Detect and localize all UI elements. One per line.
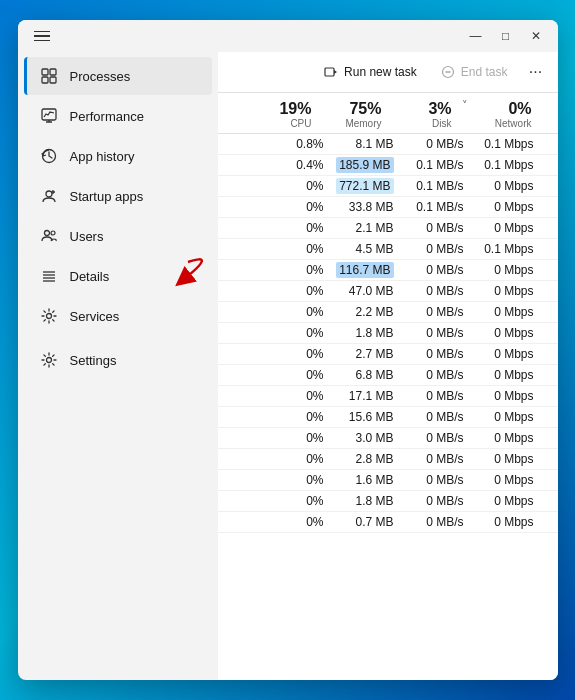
table-row[interactable]: 0%1.8 MB0 MB/s0 Mbps	[218, 491, 558, 512]
network-label: Network	[474, 118, 532, 129]
process-cell-2: 0 MB/s	[398, 452, 468, 466]
process-cell-0: 0%	[258, 242, 328, 256]
more-options-button[interactable]: ···	[522, 58, 550, 86]
table-row[interactable]: 0%1.8 MB0 MB/s0 Mbps	[218, 323, 558, 344]
process-cell-3: 0 Mbps	[468, 452, 538, 466]
process-cell-1: 1.8 MB	[328, 494, 398, 508]
table-row[interactable]: 0%15.6 MB0 MB/s0 Mbps	[218, 407, 558, 428]
table-row[interactable]: 0%2.1 MB0 MB/s0 Mbps	[218, 218, 558, 239]
table-row[interactable]: 0%17.1 MB0 MB/s0 Mbps	[218, 386, 558, 407]
services-icon	[40, 307, 58, 325]
end-task-icon	[441, 65, 455, 79]
svg-rect-3	[50, 77, 56, 83]
table-row[interactable]: 0%0.7 MB0 MB/s0 Mbps	[218, 512, 558, 533]
process-cell-3: 0 Mbps	[468, 473, 538, 487]
process-cell-2: 0 MB/s	[398, 263, 468, 277]
process-cell-0: 0%	[258, 410, 328, 424]
table-row[interactable]: 0%2.7 MB0 MB/s0 Mbps	[218, 344, 558, 365]
maximize-button[interactable]: □	[492, 25, 520, 47]
process-cell-1: 4.5 MB	[328, 242, 398, 256]
process-cell-2: 0 MB/s	[398, 305, 468, 319]
table-row[interactable]: 0%4.5 MB0 MB/s0.1 Mbps	[218, 239, 558, 260]
process-cell-2: 0 MB/s	[398, 494, 468, 508]
process-cell-1: 2.1 MB	[328, 221, 398, 235]
table-row[interactable]: 0.8%8.1 MB0 MB/s0.1 Mbps	[218, 134, 558, 155]
process-cell-3: 0 Mbps	[468, 263, 538, 277]
main-content: Processes Performance	[18, 52, 558, 680]
settings-label: Settings	[70, 353, 117, 368]
table-row[interactable]: 0%3.0 MB0 MB/s0 Mbps	[218, 428, 558, 449]
process-cell-0: 0%	[258, 431, 328, 445]
run-task-icon	[324, 65, 338, 79]
close-button[interactable]: ✕	[522, 25, 550, 47]
disk-value: 3%	[386, 99, 452, 118]
process-cell-3: 0 Mbps	[468, 494, 538, 508]
sidebar-item-app-history-label: App history	[70, 149, 135, 164]
process-cell-1: 2.2 MB	[328, 305, 398, 319]
sidebar-item-performance[interactable]: Performance	[24, 97, 212, 135]
process-cell-0: 0%	[258, 179, 328, 193]
sidebar-item-services-label: Services	[70, 309, 120, 324]
process-cell-3: 0 Mbps	[468, 179, 538, 193]
toolbar: Run new task End task ···	[218, 52, 558, 93]
process-cell-1: 0.7 MB	[328, 515, 398, 529]
task-manager-window: — □ ✕ Processes	[18, 20, 558, 680]
process-cell-1: 17.1 MB	[328, 389, 398, 403]
process-cell-3: 0 Mbps	[468, 284, 538, 298]
table-row[interactable]: 0%6.8 MB0 MB/s0 Mbps	[218, 365, 558, 386]
app-history-icon	[40, 147, 58, 165]
sidebar-item-startup-apps[interactable]: Startup apps	[24, 177, 212, 215]
process-cell-3: 0 Mbps	[468, 305, 538, 319]
process-cell-0: 0%	[258, 326, 328, 340]
process-cell-0: 0%	[258, 494, 328, 508]
process-cell-2: 0 MB/s	[398, 242, 468, 256]
table-row[interactable]: 0.4%185.9 MB0.1 MB/s0.1 Mbps	[218, 155, 558, 176]
run-new-task-button[interactable]: Run new task	[314, 60, 427, 84]
minimize-button[interactable]: —	[462, 25, 490, 47]
sidebar-item-users[interactable]: Users	[24, 217, 212, 255]
svg-rect-1	[50, 69, 56, 75]
process-cell-1: 8.1 MB	[328, 137, 398, 151]
cpu-label: CPU	[246, 118, 312, 129]
sidebar-item-details[interactable]: Details	[24, 257, 212, 295]
process-cell-3: 0 Mbps	[468, 368, 538, 382]
table-row[interactable]: 0%2.8 MB0 MB/s0 Mbps	[218, 449, 558, 470]
table-row[interactable]: 0%2.2 MB0 MB/s0 Mbps	[218, 302, 558, 323]
process-cell-1: 116.7 MB	[328, 263, 398, 277]
process-cell-2: 0 MB/s	[398, 389, 468, 403]
performance-icon	[40, 107, 58, 125]
process-cell-2: 0 MB/s	[398, 368, 468, 382]
process-cell-2: 0 MB/s	[398, 137, 468, 151]
process-cell-3: 0 Mbps	[468, 347, 538, 361]
process-cell-1: 772.1 MB	[328, 179, 398, 193]
process-list: 0.8%8.1 MB0 MB/s0.1 Mbps0.4%185.9 MB0.1 …	[218, 134, 558, 680]
process-cell-2: 0 MB/s	[398, 431, 468, 445]
process-cell-0: 0.8%	[258, 137, 328, 151]
table-row[interactable]: 0%1.6 MB0 MB/s0 Mbps	[218, 470, 558, 491]
process-cell-3: 0.1 Mbps	[468, 242, 538, 256]
table-row[interactable]: 0%33.8 MB0.1 MB/s0 Mbps	[218, 197, 558, 218]
process-cell-2: 0 MB/s	[398, 221, 468, 235]
svg-rect-19	[325, 68, 334, 76]
network-value: 0%	[474, 99, 532, 118]
startup-apps-icon	[40, 187, 58, 205]
process-cell-2: 0 MB/s	[398, 284, 468, 298]
table-row[interactable]: 0%116.7 MB0 MB/s0 Mbps	[218, 260, 558, 281]
sidebar-bottom: Settings	[18, 336, 218, 388]
right-panel: Run new task End task ··· 19% 75%	[218, 52, 558, 680]
process-cell-0: 0%	[258, 221, 328, 235]
svg-rect-0	[42, 69, 48, 75]
table-row[interactable]: 0%772.1 MB0.1 MB/s0 Mbps	[218, 176, 558, 197]
sidebar-item-app-history[interactable]: App history	[24, 137, 212, 175]
process-cell-3: 0 Mbps	[468, 410, 538, 424]
sidebar-item-settings[interactable]: Settings	[24, 341, 212, 379]
sidebar-item-services[interactable]: Services	[24, 297, 212, 335]
sidebar-item-processes[interactable]: Processes	[24, 57, 212, 95]
process-cell-3: 0 Mbps	[468, 515, 538, 529]
table-row[interactable]: 0%47.0 MB0 MB/s0 Mbps	[218, 281, 558, 302]
hamburger-menu[interactable]	[30, 27, 54, 46]
process-cell-2: 0 MB/s	[398, 515, 468, 529]
end-task-button[interactable]: End task	[431, 60, 518, 84]
process-cell-0: 0%	[258, 347, 328, 361]
process-cell-0: 0%	[258, 305, 328, 319]
